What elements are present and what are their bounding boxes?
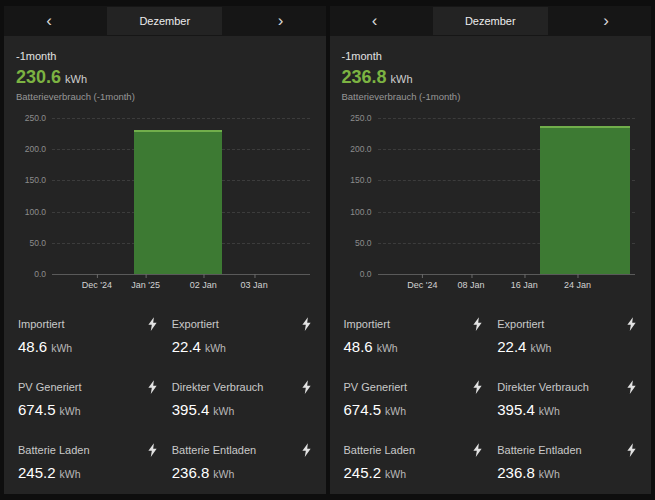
headline-value: 236.8 <box>342 67 387 88</box>
headline-caption: Batterieverbrauch (-1month) <box>16 91 314 102</box>
x-axis-line <box>378 274 636 275</box>
stat-unit: kWh <box>213 468 234 480</box>
stat-unit: kWh <box>539 468 560 480</box>
stat-label: Direkter Verbrauch <box>497 381 589 393</box>
gridline <box>52 118 310 119</box>
stat-label: Batterie Entladen <box>172 444 256 456</box>
stat-tile-batterie-entladen: Batterie Entladen 236.8kWh <box>172 443 312 481</box>
x-tick: 02 Jan <box>190 280 217 290</box>
stat-tile-pv-generiert: PV Generiert 674.5kWh <box>18 380 158 418</box>
stat-value: 22.4 <box>497 338 526 355</box>
stat-tile-batterie-laden: Batterie Laden 245.2kWh <box>18 443 158 481</box>
stat-unit: kWh <box>60 405 81 417</box>
y-tick-label: 250.0 <box>340 113 372 123</box>
chevron-right-icon[interactable]: › <box>593 6 619 36</box>
stat-label: Importiert <box>18 318 64 330</box>
y-tick-label: 200.0 <box>340 144 372 154</box>
stat-label: Batterie Entladen <box>497 444 581 456</box>
bolt-icon <box>626 443 637 457</box>
bolt-icon <box>147 443 158 457</box>
x-tick: 16 Jan <box>511 280 538 290</box>
y-tick-label: 100.0 <box>14 207 46 217</box>
stat-value: 245.2 <box>344 464 382 481</box>
headline-caption: Batterieverbrauch (-1month) <box>342 91 640 102</box>
stat-unit: kWh <box>51 342 72 354</box>
energy-panel: ‹ Dezember › -1month 230.6 kWh Batteriev… <box>4 6 326 494</box>
chevron-right-icon[interactable]: › <box>268 6 294 36</box>
chevron-left-icon[interactable]: ‹ <box>362 6 388 36</box>
bolt-icon <box>147 380 158 394</box>
month-nav: ‹ Dezember › <box>330 6 652 36</box>
chart-bar <box>134 130 222 274</box>
stat-unit: kWh <box>60 468 81 480</box>
stat-unit: kWh <box>377 342 398 354</box>
stat-tile-exportiert: Exportiert 22.4kWh <box>497 317 637 355</box>
y-tick-label: 150.0 <box>14 175 46 185</box>
stat-unit: kWh <box>213 405 234 417</box>
chevron-left-icon[interactable]: ‹ <box>36 6 62 36</box>
stat-unit: kWh <box>205 342 226 354</box>
stat-label: Batterie Laden <box>344 444 416 456</box>
bolt-icon <box>626 380 637 394</box>
stat-label: PV Generiert <box>344 381 408 393</box>
y-tick-label: 150.0 <box>340 175 372 185</box>
stat-value: 674.5 <box>344 401 382 418</box>
stat-unit: kWh <box>530 342 551 354</box>
bar-chart: 250.0 200.0 150.0 100.0 50.0 0.0 Dec '24… <box>16 118 310 295</box>
chart-bar <box>540 126 630 274</box>
y-tick-label: 100.0 <box>340 207 372 217</box>
x-axis-line <box>52 274 310 275</box>
stats-grid: Importiert 48.6kWh Exportiert 22.4kWh PV… <box>18 317 312 493</box>
stat-label: Importiert <box>344 318 390 330</box>
stat-value: 245.2 <box>18 464 56 481</box>
stat-unit: kWh <box>385 468 406 480</box>
month-button[interactable]: Dezember <box>433 7 548 35</box>
stat-value: 48.6 <box>344 338 373 355</box>
bolt-icon <box>472 443 483 457</box>
stat-label: PV Generiert <box>18 381 82 393</box>
y-tick-label: 50.0 <box>14 238 46 248</box>
stat-value: 236.8 <box>497 464 535 481</box>
x-tick: Jan '25 <box>131 280 160 290</box>
period-label: -1month <box>342 50 640 62</box>
stat-value: 48.6 <box>18 338 47 355</box>
stat-value: 395.4 <box>497 401 535 418</box>
stat-tile-direkter-verbrauch: Direkter Verbrauch 395.4kWh <box>172 380 312 418</box>
stat-value: 674.5 <box>18 401 56 418</box>
x-tick: 03 Jan <box>241 280 268 290</box>
stat-tile-pv-generiert: PV Generiert 674.5kWh <box>344 380 484 418</box>
bolt-icon <box>301 380 312 394</box>
y-tick-label: 0.0 <box>340 269 372 279</box>
stat-label: Exportiert <box>172 318 219 330</box>
stat-value: 236.8 <box>172 464 210 481</box>
bolt-icon <box>472 380 483 394</box>
headline: 236.8 kWh <box>342 67 640 88</box>
energy-panel: ‹ Dezember › -1month 236.8 kWh Batteriev… <box>330 6 652 494</box>
stat-tile-direkter-verbrauch: Direkter Verbrauch 395.4kWh <box>497 380 637 418</box>
bolt-icon <box>472 317 483 331</box>
period-label: -1month <box>16 50 314 62</box>
stat-label: Batterie Laden <box>18 444 90 456</box>
month-nav: ‹ Dezember › <box>4 6 326 36</box>
headline: 230.6 kWh <box>16 67 314 88</box>
stat-value: 22.4 <box>172 338 201 355</box>
stat-tile-batterie-entladen: Batterie Entladen 236.8kWh <box>497 443 637 481</box>
headline-value: 230.6 <box>16 67 61 88</box>
stat-label: Exportiert <box>497 318 544 330</box>
y-tick-label: 50.0 <box>340 238 372 248</box>
x-tick: Dec '24 <box>407 280 437 290</box>
stat-tile-batterie-laden: Batterie Laden 245.2kWh <box>344 443 484 481</box>
stats-grid: Importiert 48.6kWh Exportiert 22.4kWh PV… <box>344 317 638 493</box>
y-tick-label: 250.0 <box>14 113 46 123</box>
gridline <box>378 118 636 119</box>
bar-chart: 250.0 200.0 150.0 100.0 50.0 0.0 Dec '24… <box>342 118 636 295</box>
bolt-icon <box>301 443 312 457</box>
y-tick-label: 200.0 <box>14 144 46 154</box>
month-button[interactable]: Dezember <box>107 7 222 35</box>
stat-unit: kWh <box>385 405 406 417</box>
headline-unit: kWh <box>65 73 87 85</box>
x-tick: 24 Jan <box>564 280 591 290</box>
headline-unit: kWh <box>391 73 413 85</box>
x-tick: Dec '24 <box>82 280 112 290</box>
x-tick: 08 Jan <box>458 280 485 290</box>
